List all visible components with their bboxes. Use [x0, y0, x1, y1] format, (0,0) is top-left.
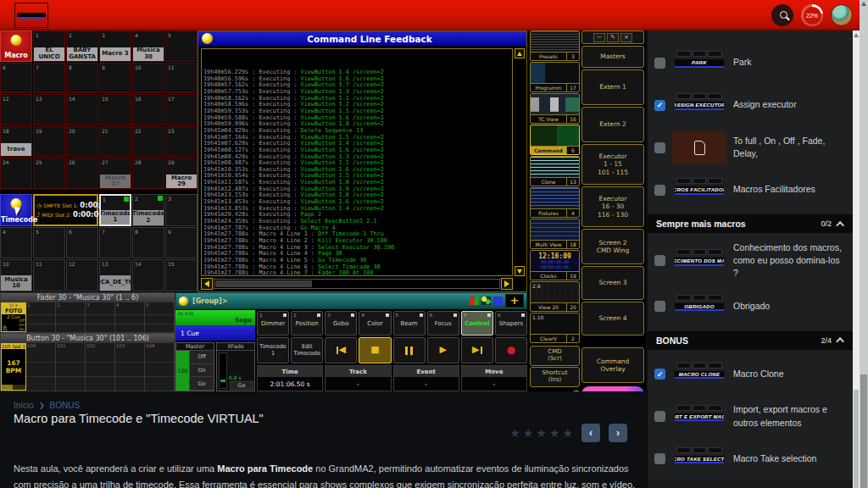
- scroll-up-icon[interactable]: [515, 48, 525, 58]
- rating-stars[interactable]: ★ ★ ★ ★ ★: [509, 426, 573, 440]
- macro-cell[interactable]: 23: [165, 126, 198, 158]
- page-scrollbar[interactable]: [860, 0, 868, 488]
- fader-executor-slot[interactable]: 3: [86, 302, 115, 332]
- master-button[interactable]: On: [190, 364, 214, 378]
- breadcrumb[interactable]: Início ❯ BONUS: [14, 401, 80, 410]
- macro-cell[interactable]: 21: [99, 126, 131, 158]
- macro-cell[interactable]: 24: [0, 158, 32, 189]
- button-executor-slot[interactable]: 106: [26, 343, 56, 391]
- view-thumbnail-button[interactable]: Fixtures 4: [530, 187, 580, 218]
- macro-cell[interactable]: 17: [165, 94, 198, 125]
- timecode-slots-cell[interactable]: ◷ SMPTE Slot 1: 0:00:00.00 ♪ MIDI Slot 2…: [33, 194, 98, 226]
- skip-back-button[interactable]: ◀: [325, 337, 357, 363]
- macro-cell[interactable]: 14: [66, 94, 98, 125]
- fader-executor-slot[interactable]: 1: [26, 302, 56, 332]
- timecode-cell[interactable]: 1 Timecode 1: [99, 194, 131, 226]
- macro-cell[interactable]: 13: [33, 94, 65, 125]
- lesson-item-to-full[interactable]: To full , On , Off , Fade, Delay,: [648, 126, 853, 169]
- scrollbar-thumb[interactable]: [860, 374, 867, 488]
- timecode-cell[interactable]: 5: [33, 227, 65, 259]
- lesson-checkbox[interactable]: [654, 142, 665, 153]
- scrollbar-thumb[interactable]: [215, 280, 312, 287]
- section-header-sempre-mais-macros[interactable]: Sempre mais macros 0/2: [648, 214, 853, 233]
- lesson-item-macros-facilitadores[interactable]: MACROS FACILITADORES Macros Facilitadore…: [648, 169, 853, 211]
- fixture-sheet-icon[interactable]: [470, 297, 479, 305]
- timecode-cell[interactable]: 2 Timecode 2: [132, 194, 164, 226]
- timecode-cell[interactable]: 9: [165, 227, 198, 259]
- view-thumbnail-button[interactable]: Programm 17: [530, 62, 580, 92]
- macro-cell[interactable]: 1 EL UNICO: [33, 30, 65, 62]
- timecode-cell[interactable]: 13 MUSICA_DE_TODES: [99, 259, 131, 291]
- fader-executor-slot[interactable]: 5: [145, 302, 175, 332]
- macro-cell[interactable]: 8: [66, 63, 98, 94]
- timecode-cell[interactable]: 4: [0, 227, 32, 259]
- play-button[interactable]: ▶: [427, 337, 459, 363]
- preset-type-button[interactable]: 7 Control: [461, 311, 493, 336]
- macro-cell[interactable]: 7: [33, 63, 65, 94]
- minimize-icon[interactable]: −: [593, 33, 605, 42]
- macro-cell[interactable]: 18 trave: [0, 126, 32, 158]
- macro-cell[interactable]: 22: [132, 126, 164, 158]
- lesson-checkbox[interactable]: [654, 185, 665, 196]
- button-executor-slot[interactable]: 101: [56, 343, 86, 391]
- preset-type-button[interactable]: 4 Color: [359, 311, 391, 336]
- command-line-bar[interactable]: [Group]> +: [175, 292, 527, 309]
- macro-cell[interactable]: 10: [132, 63, 164, 94]
- clf-title-bar[interactable]: Command Line Feedback: [198, 31, 526, 46]
- scroll-down-icon[interactable]: [515, 266, 525, 276]
- timecode-pool-header[interactable]: Timecode: [0, 194, 32, 226]
- section-header-bonus[interactable]: BONUS 2/4: [648, 331, 853, 350]
- screen-button[interactable]: Screen 4: [581, 302, 644, 336]
- macro-cell[interactable]: 15: [99, 94, 131, 125]
- star-icon[interactable]: ★: [536, 426, 547, 440]
- xfade-go-button[interactable]: Go: [230, 381, 253, 390]
- macro-cell[interactable]: 11: [165, 63, 198, 94]
- macro-cell[interactable]: 9: [99, 63, 131, 94]
- timecode-cell[interactable]: 12: [66, 259, 98, 291]
- preset-type-button[interactable]: 3 Gobo: [325, 311, 357, 336]
- lesson-item-import-export[interactable]: IMPORT E EXPORT MACROS Import, export ma…: [648, 396, 853, 438]
- lesson-checkbox-checked[interactable]: ✓: [654, 100, 665, 111]
- lesson-checkbox[interactable]: [654, 453, 665, 464]
- macro-cell[interactable]: 16: [132, 94, 164, 125]
- timecode-cell[interactable]: 10 Musica 10: [0, 259, 32, 291]
- record-button[interactable]: ●: [495, 337, 527, 363]
- stop-button[interactable]: ■: [359, 337, 391, 363]
- progress-ring[interactable]: 22%: [801, 4, 823, 26]
- edit-icon[interactable]: ✎: [607, 33, 619, 42]
- screen-button[interactable]: Extern 2: [581, 107, 644, 142]
- close-icon[interactable]: ×: [620, 33, 632, 42]
- macro-cell[interactable]: 26: [66, 158, 98, 189]
- macro-cell[interactable]: 29 Macro 29: [165, 158, 198, 189]
- view-thumbnail-button[interactable]: Command 6: [530, 125, 580, 155]
- star-icon[interactable]: ★: [562, 426, 573, 440]
- button-executor-slot[interactable]: 102: [86, 343, 115, 391]
- preset-type-button[interactable]: 2 Position: [291, 311, 323, 336]
- preset-type-button[interactable]: 5 Beam: [393, 311, 426, 336]
- macro-cell[interactable]: 12: [0, 94, 32, 125]
- macro-cell[interactable]: 25: [33, 158, 65, 189]
- scroll-left-icon[interactable]: [201, 278, 213, 290]
- screen-button[interactable]: Executor 1 - 15 101 - 115: [581, 144, 644, 185]
- macro-cell[interactable]: 6: [0, 63, 32, 94]
- timecode-cell[interactable]: 7: [99, 227, 131, 259]
- timecode-cell[interactable]: 6: [66, 227, 98, 259]
- view-thumbnail-button[interactable]: Multi View 18: [530, 219, 580, 249]
- lesson-item-conhecimento[interactable]: CONHECIMENTO DOS MACROS Conhecimento dos…: [648, 236, 853, 286]
- screen-button[interactable]: Screen 2 CMD Wing: [581, 229, 644, 264]
- executor-foto-cell[interactable]: LT 3 FOTO 2 Cue LTP Off On Go: [1, 302, 26, 332]
- macro-cell[interactable]: 5: [165, 30, 198, 62]
- fader-executor-slot[interactable]: 4: [115, 302, 145, 332]
- speed-master-cell[interactable]: 105 Spd 1 167 BPM: [1, 343, 26, 391]
- scroll-right-icon[interactable]: [501, 278, 513, 290]
- fader-executor-slot[interactable]: 2: [56, 302, 86, 332]
- timecode-cell[interactable]: 15: [165, 259, 198, 291]
- timecode-cell[interactable]: 14: [132, 259, 164, 291]
- skip-forward-button[interactable]: ▶: [461, 337, 493, 363]
- screen-button[interactable]: Extern 1: [581, 69, 644, 105]
- breadcrumb-home[interactable]: Início: [14, 401, 34, 410]
- lesson-item-obrigado[interactable]: OBRIGADO Obrigado: [648, 286, 853, 328]
- macro-cell[interactable]: 4 Musica 30: [132, 30, 164, 62]
- macro-pool-header[interactable]: Macro: [0, 30, 32, 62]
- lesson-checkbox[interactable]: [654, 301, 665, 312]
